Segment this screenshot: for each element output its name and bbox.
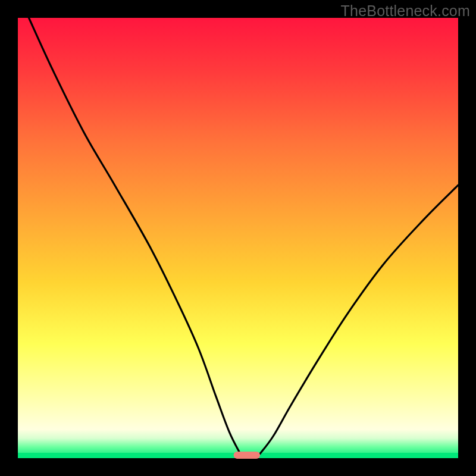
watermark-text: TheBottleneck.com: [341, 2, 470, 20]
plot-background: [18, 18, 458, 458]
chart-frame: TheBottleneck.com: [0, 0, 476, 476]
sweet-spot-marker: [234, 452, 260, 459]
bottleneck-chart: [0, 0, 476, 476]
